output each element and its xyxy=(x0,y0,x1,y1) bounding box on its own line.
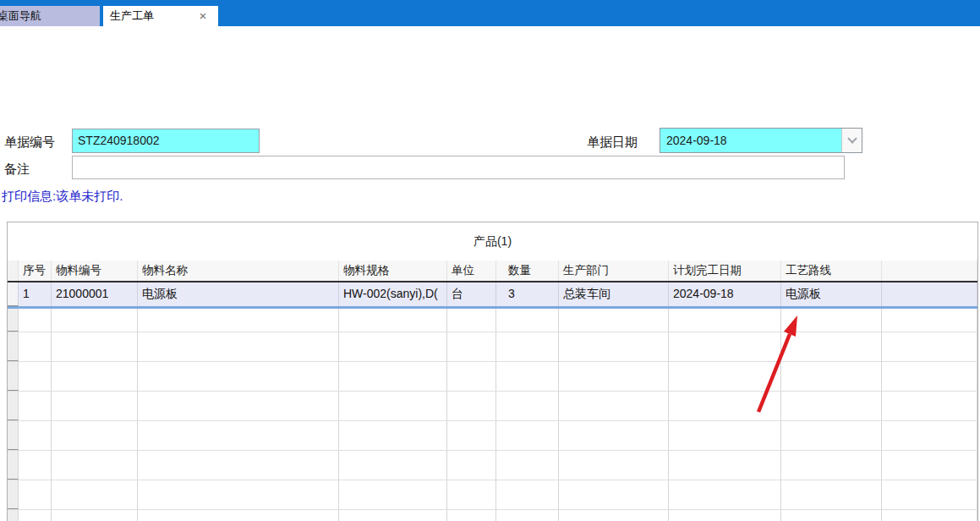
col-header-production-dept[interactable]: 生产部门 xyxy=(559,260,669,281)
table-row-empty[interactable] xyxy=(8,309,977,332)
empty-cell xyxy=(19,309,52,332)
empty-cell xyxy=(496,510,559,521)
remarks-input[interactable] xyxy=(72,156,845,179)
grid-header-row: 序号 物料编号 物料名称 物料规格 单位 数量 生产部门 计划完工日期 工艺路线 xyxy=(8,260,977,282)
doc-date-dropdown-button[interactable] xyxy=(841,129,862,152)
empty-cell xyxy=(52,362,138,391)
cell-material-spec[interactable]: HW-002(sanyi),D( xyxy=(339,282,447,306)
empty-cell xyxy=(19,451,52,480)
empty-cell xyxy=(781,510,882,521)
empty-cell xyxy=(339,421,447,450)
col-header-seq[interactable]: 序号 xyxy=(19,260,52,281)
empty-cell xyxy=(52,480,138,509)
empty-cell xyxy=(52,421,138,450)
empty-cell xyxy=(559,362,669,391)
empty-cell xyxy=(447,392,496,420)
empty-cell xyxy=(781,392,882,420)
empty-cell xyxy=(559,392,669,420)
print-info-text: 打印信息:该单未打印. xyxy=(2,189,123,205)
col-header-material-spec[interactable]: 物料规格 xyxy=(339,260,447,281)
empty-cell xyxy=(669,421,781,450)
empty-cell xyxy=(138,451,339,480)
cell-material-name[interactable]: 电源板 xyxy=(138,282,339,306)
table-row-empty[interactable] xyxy=(8,510,977,521)
chevron-down-icon xyxy=(847,134,857,143)
col-header-process-route[interactable]: 工艺路线 xyxy=(781,260,882,281)
tab-bar: 桌面导航 生产工单 × xyxy=(0,0,980,26)
empty-cell xyxy=(447,332,496,361)
empty-cell xyxy=(138,421,339,450)
empty-cell xyxy=(447,362,496,391)
row-selector-cell xyxy=(8,480,19,509)
doc-date-picker[interactable]: 2024-09-18 xyxy=(660,128,862,153)
empty-cell xyxy=(882,480,977,509)
cell-seq[interactable]: 1 xyxy=(19,282,52,306)
cell-qty[interactable]: 3 xyxy=(496,282,559,306)
tab-label: 桌面导航 xyxy=(0,9,41,22)
empty-cell xyxy=(559,309,669,332)
empty-cell xyxy=(447,421,496,450)
table-row-empty[interactable] xyxy=(8,332,977,362)
tab-desktop-navigation[interactable]: 桌面导航 xyxy=(0,6,100,26)
col-header-material-name[interactable]: 物料名称 xyxy=(138,260,339,281)
empty-cell xyxy=(447,309,496,332)
panel-title: 产品(1) xyxy=(8,222,977,260)
empty-cell xyxy=(669,332,781,361)
doc-date-label: 单据日期 xyxy=(587,134,638,151)
grid-empty-rows xyxy=(8,309,977,521)
col-header-blank xyxy=(882,260,977,281)
col-header-qty[interactable]: 数量 xyxy=(496,260,559,281)
empty-cell xyxy=(882,362,977,391)
empty-cell xyxy=(339,451,447,480)
tab-production-work-order[interactable]: 生产工单 × xyxy=(103,6,218,26)
remarks-label: 备注 xyxy=(4,162,30,178)
empty-cell xyxy=(339,480,447,509)
table-row-empty[interactable] xyxy=(8,362,977,392)
cell-blank xyxy=(882,282,977,306)
empty-cell xyxy=(447,510,496,521)
row-selector-header xyxy=(8,260,19,281)
doc-no-input[interactable]: STZ240918002 xyxy=(72,129,260,153)
empty-cell xyxy=(19,480,52,509)
empty-cell xyxy=(496,451,559,480)
empty-cell xyxy=(339,510,447,521)
empty-cell xyxy=(882,421,977,450)
empty-cell xyxy=(781,309,882,332)
empty-cell xyxy=(496,309,559,332)
doc-date-value[interactable]: 2024-09-18 xyxy=(660,129,841,152)
table-row-empty[interactable] xyxy=(8,451,977,480)
close-icon[interactable]: × xyxy=(196,6,210,25)
empty-cell xyxy=(339,392,447,420)
cell-process-route[interactable]: 电源板 xyxy=(781,282,882,306)
col-header-planned-finish-date[interactable]: 计划完工日期 xyxy=(669,260,781,281)
empty-cell xyxy=(447,480,496,509)
empty-cell xyxy=(52,392,138,420)
col-header-material-code[interactable]: 物料编号 xyxy=(52,260,138,281)
empty-cell xyxy=(496,332,559,361)
empty-cell xyxy=(669,451,781,480)
col-header-unit[interactable]: 单位 xyxy=(447,260,496,281)
empty-cell xyxy=(669,510,781,521)
cell-material-code[interactable]: 21000001 xyxy=(52,282,138,306)
row-selector-cell xyxy=(8,510,19,521)
cell-planned-finish-date[interactable]: 2024-09-18 xyxy=(669,282,781,306)
table-row-empty[interactable] xyxy=(8,421,977,451)
empty-cell xyxy=(882,510,977,521)
empty-cell xyxy=(138,510,339,521)
row-selector-cell xyxy=(8,421,19,450)
cell-unit[interactable]: 台 xyxy=(447,282,496,306)
tab-label: 生产工单 xyxy=(110,9,154,22)
row-selector-cell xyxy=(8,392,19,420)
empty-cell xyxy=(138,362,339,391)
table-row-empty[interactable] xyxy=(8,480,977,510)
empty-cell xyxy=(882,392,977,420)
empty-cell xyxy=(19,510,52,521)
empty-cell xyxy=(882,451,977,480)
row-selector-cell xyxy=(8,451,19,480)
cell-production-dept[interactable]: 总装车间 xyxy=(559,282,669,306)
row-selector-cell[interactable] xyxy=(8,282,19,306)
empty-cell xyxy=(19,392,52,420)
table-row-selected[interactable]: 1 21000001 电源板 HW-002(sanyi),D( 台 3 总装车间… xyxy=(8,282,977,309)
empty-cell xyxy=(559,332,669,361)
table-row-empty[interactable] xyxy=(8,392,977,421)
